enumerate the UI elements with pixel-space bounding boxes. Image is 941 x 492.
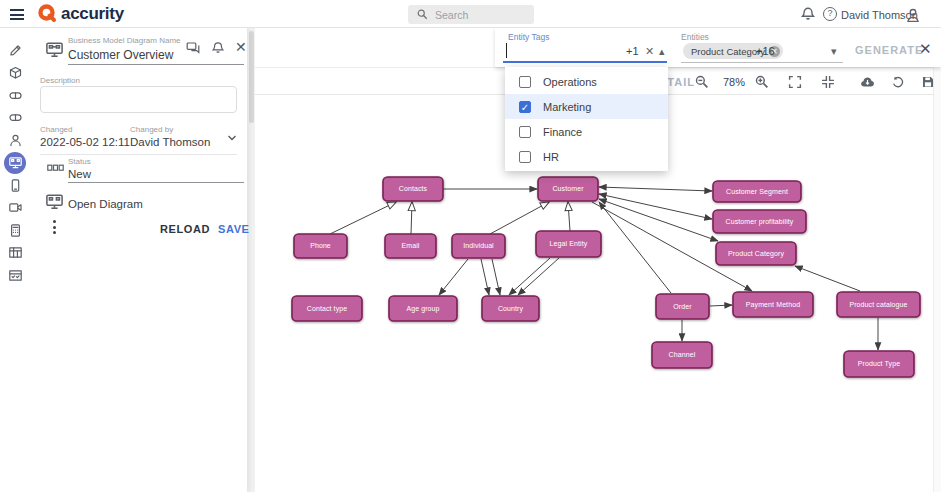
zoom-level: 78%	[723, 76, 745, 88]
help-icon[interactable]: ?	[823, 7, 837, 21]
package-icon[interactable]	[4, 62, 26, 84]
calculator-icon[interactable]	[4, 219, 26, 241]
entity-tags-input[interactable]	[503, 39, 667, 63]
dropdown-option-label: HR	[543, 151, 559, 163]
close-panel-icon[interactable]: ✕	[235, 40, 247, 54]
camera-icon[interactable]	[4, 197, 26, 219]
status-label: Status	[68, 157, 91, 166]
svg-text:Customer: Customer	[552, 185, 584, 192]
description-label: Description	[40, 76, 80, 85]
diagram-node-individual[interactable]: Individual	[452, 234, 505, 258]
dropdown-option-label: Operations	[543, 76, 597, 88]
diagram-edge-individual-country	[481, 259, 489, 295]
reset-icon[interactable]	[891, 75, 905, 89]
reload-button[interactable]: RELOAD	[160, 223, 210, 235]
dropdown-option[interactable]: Finance	[505, 119, 668, 144]
diagram-node-phone[interactable]: Phone	[294, 234, 347, 258]
diagram-edge-individual-country	[492, 259, 500, 295]
dropdown-option[interactable]: ✓Marketing	[505, 94, 668, 119]
dropdown-option[interactable]: Operations	[505, 69, 668, 94]
diagram-node-customer-profitability[interactable]: Customer profitability	[713, 210, 806, 233]
table-icon[interactable]	[4, 242, 26, 264]
diagram-edge-legal-entity-customer	[568, 202, 570, 231]
description-input[interactable]	[40, 86, 237, 113]
search-input[interactable]: Search	[408, 5, 534, 24]
scrollbar-thumb[interactable]	[249, 31, 254, 123]
diagram-node-email[interactable]: Email	[385, 234, 436, 258]
export-cloud-icon[interactable]	[860, 75, 875, 89]
checkbox-icon[interactable]	[519, 76, 531, 88]
top-bar: accurity Search ? David Thomson	[0, 0, 941, 28]
diagram-monitor-icon	[45, 40, 64, 59]
collapse-dropdown-icon[interactable]: ▴	[659, 45, 665, 58]
icon-rail	[0, 28, 30, 492]
entity-tags-dropdown: Operations✓MarketingFinanceHR	[505, 67, 668, 171]
diagram-edge-order-customer	[599, 202, 671, 293]
svg-text:Order: Order	[673, 303, 692, 310]
canvas-scrollbar[interactable]	[933, 28, 941, 492]
diagram-node-payment-method[interactable]: Payment Method	[733, 292, 813, 317]
open-diagram-link[interactable]: Open Diagram	[68, 198, 143, 210]
diagram-node-channel[interactable]: Channel	[652, 342, 712, 368]
generate-button[interactable]: GENERATE	[855, 44, 923, 56]
expand-entities-icon[interactable]: ▾	[831, 45, 837, 58]
edit-icon[interactable]	[4, 39, 26, 61]
status-value[interactable]: New	[68, 168, 91, 180]
diagram-name-label: Business Model Diagram Name	[68, 36, 181, 45]
dropdown-option[interactable]: HR	[505, 144, 668, 169]
fit-screen-icon[interactable]	[788, 75, 802, 89]
svg-text:Channel: Channel	[669, 351, 696, 358]
panel-scrollbar[interactable]	[247, 28, 255, 492]
clear-tags-icon[interactable]: ✕	[645, 45, 654, 58]
checkbox-icon[interactable]	[519, 126, 531, 138]
diagram-edge-phone-contacts	[330, 202, 396, 234]
checkbox-checked-icon[interactable]: ✓	[519, 101, 531, 113]
diagram-edge-order-payment-method	[710, 305, 732, 306]
diagram-name-value[interactable]: Customer Overview	[68, 48, 173, 62]
account-icon[interactable]	[905, 7, 921, 23]
mobile-icon[interactable]	[4, 174, 26, 196]
diagram-edge-product-category-customer	[599, 199, 718, 241]
notifications-bell-icon[interactable]	[800, 6, 816, 22]
center-diagram-icon[interactable]	[821, 75, 835, 89]
diagram-edge-email-contacts	[411, 202, 412, 234]
close-generator-icon[interactable]: ✕	[919, 40, 932, 58]
business-model-diagram-icon[interactable]	[4, 152, 26, 174]
dropdown-option-label: Marketing	[543, 101, 591, 113]
user-icon[interactable]	[4, 129, 26, 151]
svg-text:Product Type: Product Type	[858, 360, 900, 368]
diagram-node-age-group[interactable]: Age group	[389, 296, 457, 321]
detail-panel: Business Model Diagram Name Customer Ove…	[30, 28, 247, 492]
menu-icon[interactable]	[10, 9, 24, 20]
diagram-node-legal-entity[interactable]: Legal Entity	[536, 231, 601, 257]
diagram-edge-customer-segment-customer	[599, 187, 712, 191]
diagram-node-contact-type[interactable]: Contact type	[292, 296, 362, 321]
report-icon[interactable]	[4, 264, 26, 286]
svg-text:Payment Method: Payment Method	[746, 301, 800, 309]
diagram-node-contacts[interactable]: Contacts	[383, 177, 443, 201]
capsule-icon[interactable]	[4, 84, 26, 106]
save-button[interactable]: SAVE	[218, 223, 250, 235]
diagram-node-order[interactable]: Order	[656, 294, 709, 319]
svg-text:Customer Segment: Customer Segment	[726, 188, 788, 196]
diagram-node-country[interactable]: Country	[482, 296, 539, 321]
comments-icon[interactable]	[186, 41, 201, 55]
chevron-down-icon[interactable]	[226, 132, 238, 144]
zoom-in-icon[interactable]	[755, 75, 769, 89]
diagram-node-customer-segment[interactable]: Customer Segment	[713, 181, 801, 202]
checkbox-icon[interactable]	[519, 151, 531, 163]
logo-text: accurity	[61, 4, 124, 24]
diagram-node-product-type[interactable]: Product Type	[844, 351, 914, 377]
capsule-icon-2[interactable]	[4, 107, 26, 129]
bell-icon[interactable]	[211, 41, 225, 55]
diagram-edge-product-catalogue-product-category	[795, 266, 860, 291]
zoom-out-icon[interactable]	[695, 75, 709, 89]
svg-text:Contact type: Contact type	[307, 305, 348, 313]
diagram-node-product-category[interactable]: Product Category	[716, 242, 796, 265]
kebab-menu-icon[interactable]	[53, 220, 56, 237]
svg-text:Contacts: Contacts	[399, 185, 428, 192]
changed-by-value: David Thomson	[130, 136, 210, 148]
diagram-node-customer[interactable]: Customer	[538, 177, 598, 201]
diagram-node-product-catalogue[interactable]: Product catalogue	[837, 292, 920, 317]
logo-mark-icon	[37, 3, 58, 24]
